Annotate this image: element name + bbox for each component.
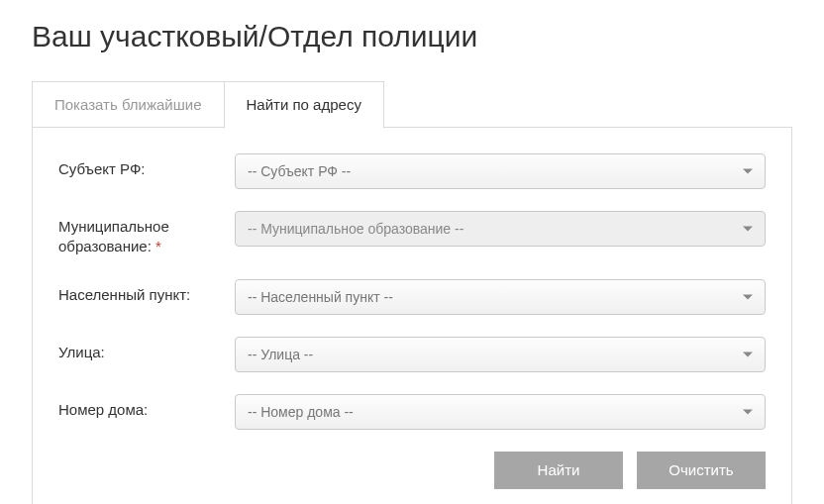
chevron-down-icon [743, 352, 753, 356]
select-municipality[interactable]: -- Муниципальное образование -- [235, 211, 766, 247]
select-subject[interactable]: -- Субъект РФ -- [235, 153, 766, 189]
chevron-down-icon [743, 169, 753, 174]
select-locality-value: -- Населенный пункт -- [248, 289, 393, 305]
label-municipality-text: Муниципальное образование: [58, 218, 169, 254]
form-panel: Субъект РФ: -- Субъект РФ -- Муниципальн… [32, 127, 792, 504]
label-street: Улица: [58, 337, 235, 362]
tab-by-address[interactable]: Найти по адресу [224, 81, 384, 129]
select-municipality-value: -- Муниципальное образование -- [248, 221, 464, 237]
page-title: Ваш участковый/Отдел полиции [32, 20, 792, 53]
select-street[interactable]: -- Улица -- [235, 337, 766, 372]
select-locality[interactable]: -- Населенный пункт -- [235, 279, 766, 315]
required-mark: * [155, 238, 161, 254]
row-municipality: Муниципальное образование: * -- Муниципа… [58, 211, 766, 257]
row-subject: Субъект РФ: -- Субъект РФ -- [58, 153, 766, 189]
find-button[interactable]: Найти [494, 452, 623, 489]
tabs-container: Показать ближайшие Найти по адресу Субъе… [32, 81, 792, 504]
label-subject: Субъект РФ: [58, 153, 235, 179]
label-locality: Населенный пункт: [58, 279, 235, 305]
row-house: Номер дома: -- Номер дома -- [58, 394, 766, 430]
label-house: Номер дома: [58, 394, 235, 420]
label-municipality: Муниципальное образование: * [58, 211, 235, 257]
chevron-down-icon [743, 227, 753, 232]
chevron-down-icon [743, 409, 753, 414]
row-locality: Населенный пункт: -- Населенный пункт -- [58, 279, 766, 315]
clear-button[interactable]: Очистить [637, 452, 766, 489]
button-row: Найти Очистить [58, 452, 766, 489]
tab-nearest[interactable]: Показать ближайшие [32, 81, 225, 128]
row-street: Улица: -- Улица -- [58, 337, 766, 372]
select-subject-value: -- Субъект РФ -- [248, 163, 351, 179]
select-street-value: -- Улица -- [248, 347, 313, 362]
chevron-down-icon [743, 294, 753, 299]
tabs: Показать ближайшие Найти по адресу [32, 81, 792, 128]
select-house[interactable]: -- Номер дома -- [235, 394, 766, 430]
select-house-value: -- Номер дома -- [248, 404, 354, 420]
